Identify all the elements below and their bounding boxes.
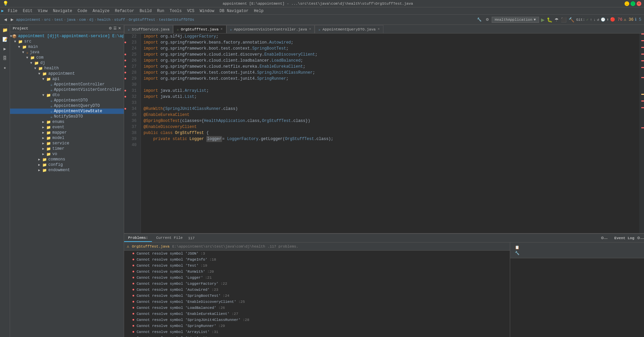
forward-button[interactable]: ▶ — [9, 17, 15, 22]
breadcrumb-com[interactable]: com — [79, 18, 86, 22]
tree-item-vo[interactable]: ▶ 📁 vo — [10, 151, 124, 157]
tab-appointmentquerydto[interactable]: ☕ AppointmentQueryDTO.java × — [315, 25, 383, 33]
tab-aqdto-close[interactable]: × — [378, 27, 380, 31]
tab-orgstufftest-close[interactable]: × — [221, 27, 223, 31]
coverage-button[interactable]: ☂ — [554, 16, 559, 23]
db-browser-icon-btn[interactable]: 🗄 — [1, 54, 9, 62]
breadcrumb-testgetstuffdtos[interactable]: testGetStuffDTOs — [159, 18, 195, 22]
menu-analyze[interactable]: Analyze — [90, 8, 112, 14]
breadcrumb-orgstufftest[interactable]: OrgStuffTest — [129, 18, 155, 22]
breadcrumb-dj[interactable]: dj — [89, 18, 94, 22]
menu-code[interactable]: Code — [75, 8, 90, 14]
breadcrumb-src[interactable]: src — [44, 18, 51, 22]
menu-run[interactable]: Run — [154, 8, 167, 14]
tree-item-AppointmentQueryDTO[interactable]: ☕ AppointmentQueryDTO — [10, 103, 124, 109]
tree-item-enums[interactable]: ▶ 📁 enums — [10, 119, 124, 125]
tree-item-dj[interactable]: ▼ 📁 dj — [10, 60, 124, 66]
problem-row-13[interactable]: ● Cannot resolve symbol 'SpringRunner' :… — [124, 323, 510, 329]
menu-refactor[interactable]: Refactor — [112, 8, 137, 14]
tree-item-main[interactable]: ▼ 📁 main — [10, 44, 124, 50]
tree-item-AppointmentViewState[interactable]: ☕ AppointmentViewState — [10, 109, 124, 114]
tree-item-event[interactable]: ▶ 📁 event — [10, 125, 124, 130]
problem-row-15[interactable]: ● Cannot resolve symbol 'List' :32 — [124, 335, 510, 337]
problem-row-3[interactable]: ● Cannot resolve symbol 'Test' :19 — [124, 263, 510, 269]
menu-vcs[interactable]: VCS — [184, 8, 197, 14]
tree-item-dto[interactable]: ▼ 📁 dto — [10, 92, 124, 98]
tree-item-health[interactable]: ▼ 📁 health — [10, 66, 124, 71]
problems-minimize-btn[interactable]: — — [604, 236, 608, 240]
tree-item-src[interactable]: ▼ 📁 src — [10, 39, 124, 44]
event-log-btn-1[interactable]: 📋 — [514, 245, 520, 250]
tab-orgstufftest[interactable]: ☕ OrgStuffTest.java × — [173, 25, 226, 33]
problem-row-9[interactable]: ● Cannot resolve symbol 'EnableDiscovery… — [124, 299, 510, 305]
problem-row-11[interactable]: ● Cannot resolve symbol 'EnableEurekaCli… — [124, 311, 510, 317]
breadcrumb-health[interactable]: health — [97, 18, 111, 22]
problem-row-5[interactable]: ● Cannot resolve symbol 'Logger' :21 — [124, 275, 510, 281]
maximize-button[interactable]: □ — [631, 1, 635, 6]
problem-row-6[interactable]: ● Cannot resolve symbol 'LoggerFactory' … — [124, 281, 510, 287]
tree-item-AppointmentController[interactable]: ☕ AppointmentController — [10, 82, 124, 87]
tab-appointmentvisitercontroller[interactable]: ☕ AppointmentVisiterController.java × — [226, 25, 315, 33]
favorites-icon-btn[interactable]: ★ — [1, 64, 9, 72]
breadcrumb-appointment[interactable]: appointment — [16, 18, 41, 22]
settings-button[interactable]: ⚙ — [484, 17, 490, 22]
back-button[interactable]: ◀ — [3, 17, 8, 22]
project-panel-gear[interactable]: ☰ — [113, 26, 117, 30]
run-icon-btn[interactable]: ▶ — [1, 45, 9, 53]
breadcrumb-stuff[interactable]: stuff — [114, 18, 125, 22]
problem-row-7[interactable]: ● Cannot resolve symbol 'Autowired' :23 — [124, 287, 510, 293]
project-icon-btn[interactable]: 📁 — [1, 26, 9, 34]
run-config-dropdown[interactable]: HealthApplication ▼ — [492, 17, 539, 23]
tree-item-java[interactable]: ▼ ☕ java — [10, 50, 124, 55]
tree-item-NotifySmsDTO[interactable]: ☕ NotifySmsDTO — [10, 114, 124, 119]
menu-view[interactable]: View — [35, 8, 50, 14]
event-log-minimize-btn[interactable]: — — [640, 236, 644, 240]
menu-navigate[interactable]: Navigate — [50, 8, 75, 14]
event-log-tab-label[interactable]: Event Log — [614, 236, 634, 240]
tree-item-model[interactable]: ▶ 📁 model — [10, 135, 124, 141]
stop-button[interactable]: ⬛ — [560, 16, 567, 23]
problem-row-10[interactable]: ● Cannot resolve symbol 'LoadBalanced' :… — [124, 305, 510, 311]
code-content[interactable]: import org.slf4j.LoggerFactory; import o… — [141, 33, 639, 233]
debug-button[interactable]: 🐛 — [546, 16, 553, 23]
tree-item-appointment[interactable]: ▼ 📁 appointment — [10, 71, 124, 76]
project-panel-settings[interactable]: ⚙ — [109, 26, 112, 30]
tree-item-service[interactable]: ▶ 📁 service — [10, 141, 124, 146]
problem-row-1[interactable]: ● Cannot resolve symbol 'JSON' :3 — [124, 251, 510, 257]
problem-row-8[interactable]: ● Cannot resolve symbol 'SpringBootTest'… — [124, 293, 510, 299]
problem-row-12[interactable]: ● Cannot resolve symbol 'SpringJUnit4Cla… — [124, 317, 510, 323]
problem-row-14[interactable]: ● Cannot resolve symbol 'ArrayList' :31 — [124, 329, 510, 335]
tab-problems[interactable]: Problems: — [124, 234, 152, 242]
run-button[interactable]: ▶ — [540, 16, 545, 23]
tree-item-endowment[interactable]: ▶ 📁 endowment — [10, 167, 124, 173]
project-structure-button[interactable]: 🔧 — [476, 17, 483, 22]
tree-item-commons[interactable]: ▶ 📁 commons — [10, 157, 124, 162]
event-log-settings-btn[interactable]: ⚙ — [637, 236, 640, 240]
menu-help[interactable]: Help — [251, 8, 266, 14]
menu-db-navigator[interactable]: DB Navigator — [217, 8, 251, 14]
menu-tools[interactable]: Tools — [167, 8, 184, 14]
project-panel-close[interactable]: ✕ — [118, 26, 121, 30]
tree-item-AppointmentDTO[interactable]: ☕ AppointmentDTO — [10, 98, 124, 103]
menu-window[interactable]: Window — [197, 8, 217, 14]
close-button[interactable]: × — [637, 1, 641, 6]
minimize-button[interactable]: _ — [625, 1, 629, 6]
problem-row-2[interactable]: ● Cannot resolve symbol 'PageInfo' :18 — [124, 257, 510, 263]
tree-item-AppointmentVisiterController[interactable]: ☕ AppointmentVisiterController — [10, 87, 124, 92]
build-button[interactable]: 🔨 — [568, 16, 575, 23]
tab-current-file[interactable]: Current File — [152, 234, 186, 242]
tab-avc-close[interactable]: × — [309, 27, 311, 31]
commit-icon-btn[interactable]: 📝 — [1, 36, 9, 44]
tree-item-api[interactable]: ▼ 📁 api — [10, 76, 124, 82]
problem-row-4[interactable]: ● Cannot resolve symbol 'RunWith' :20 — [124, 269, 510, 275]
tree-item-timer[interactable]: ▶ 📁 timer — [10, 146, 124, 151]
tab-stuffservice[interactable]: ☕ StuffService.java — [124, 25, 173, 33]
menu-file[interactable]: File — [5, 8, 20, 14]
breadcrumb-test[interactable]: test — [54, 18, 63, 22]
tree-item-mapper[interactable]: ▶ 📁 mapper — [10, 130, 124, 135]
tree-item-root[interactable]: ▼ 📦 appointment [djjt-appointment-servic… — [10, 33, 124, 39]
event-log-btn-2[interactable]: 🔧 — [514, 251, 520, 255]
tree-item-com[interactable]: ▼ 📁 com — [10, 55, 124, 60]
menu-build[interactable]: Build — [137, 8, 154, 14]
tree-item-config[interactable]: ▶ 📁 config — [10, 162, 124, 167]
